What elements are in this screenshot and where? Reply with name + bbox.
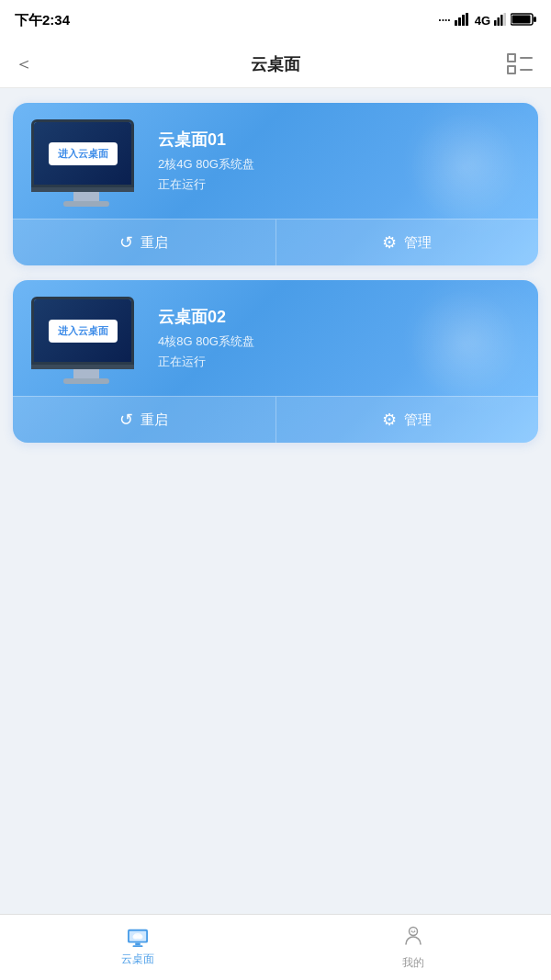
list-icon-square-1 xyxy=(507,53,516,62)
restart-button-2[interactable]: ↺ 重启 xyxy=(13,397,276,443)
card-info-1: 云桌面01 2核4G 80G系统盘 正在运行 xyxy=(158,129,520,193)
card-name-2: 云桌面02 xyxy=(158,306,520,328)
card-spec-1: 2核4G 80G系统盘 xyxy=(158,156,520,173)
monitor-stand-2 xyxy=(73,369,99,378)
gear-icon-2: ⚙ xyxy=(382,410,397,430)
restart-button-1[interactable]: ↺ 重启 xyxy=(13,220,276,265)
manage-label-1: 管理 xyxy=(404,234,432,252)
card-name-1: 云桌面01 xyxy=(158,129,520,151)
status-icons: ···· 4G xyxy=(438,13,536,28)
card-top-1: 进入云桌面 云桌面01 2核4G 80G系统盘 正在运行 xyxy=(13,103,538,219)
list-view-button[interactable] xyxy=(507,53,536,74)
person-nav-icon xyxy=(402,924,424,952)
svg-rect-3 xyxy=(466,13,468,26)
svg-rect-4 xyxy=(494,20,497,26)
nav-item-mine[interactable]: 我的 xyxy=(276,915,551,980)
main-content: 进入云桌面 云桌面01 2核4G 80G系统盘 正在运行 ↺ 重启 ⚙ 管理 xyxy=(0,88,551,914)
status-bar: 下午2:34 ···· 4G xyxy=(0,0,551,40)
svg-point-17 xyxy=(138,935,143,940)
svg-rect-10 xyxy=(534,17,536,22)
svg-rect-2 xyxy=(462,15,465,26)
card-spec-2: 4核8G 80G系统盘 xyxy=(158,333,520,350)
svg-rect-14 xyxy=(133,945,143,947)
card-top-2: 进入云桌面 云桌面02 4核8G 80G系统盘 正在运行 xyxy=(13,280,538,396)
cloud-desktop-nav-icon xyxy=(125,928,151,948)
restart-label-2: 重启 xyxy=(141,411,168,429)
signal-icon: ···· xyxy=(438,14,450,27)
card-status-1: 正在运行 xyxy=(158,176,520,193)
bottom-nav: 云桌面 我的 xyxy=(0,914,551,980)
back-button[interactable]: ＜ xyxy=(15,51,44,76)
monitor-foot-2 xyxy=(63,378,109,384)
monitor-icon-2: 进入云桌面 xyxy=(31,297,141,379)
monitor-stand-1 xyxy=(73,192,99,201)
restart-icon-2: ↺ xyxy=(119,410,133,430)
card-status-2: 正在运行 xyxy=(158,354,520,370)
svg-point-16 xyxy=(133,935,139,940)
nav-item-desktop[interactable]: 云桌面 xyxy=(0,915,276,980)
svg-rect-5 xyxy=(498,17,500,26)
monitor-inner-2: 进入云桌面 xyxy=(34,299,131,362)
restart-label-1: 重启 xyxy=(141,234,168,252)
desktop-card-2: 进入云桌面 云桌面02 4核8G 80G系统盘 正在运行 ↺ 重启 ⚙ 管理 xyxy=(13,280,538,443)
gear-icon-1: ⚙ xyxy=(382,232,397,253)
list-icon-square-2 xyxy=(507,65,516,74)
enter-desktop-button-1[interactable]: 进入云桌面 xyxy=(49,142,118,165)
list-icon-line-2 xyxy=(520,69,533,71)
battery-icon xyxy=(511,13,536,28)
nav-label-desktop: 云桌面 xyxy=(121,952,154,967)
4g-label: 4G xyxy=(475,14,490,28)
monitor-screen-2: 进入云桌面 xyxy=(31,297,134,365)
svg-rect-6 xyxy=(500,15,503,26)
network-bars-icon xyxy=(455,13,471,28)
svg-rect-13 xyxy=(135,943,141,946)
nav-label-mine: 我的 xyxy=(402,955,424,971)
restart-icon-1: ↺ xyxy=(119,232,133,253)
svg-rect-1 xyxy=(458,17,461,26)
desktop-card-1: 进入云桌面 云桌面01 2核4G 80G系统盘 正在运行 ↺ 重启 ⚙ 管理 xyxy=(13,103,538,265)
svg-point-20 xyxy=(414,929,415,930)
monitor-inner-1: 进入云桌面 xyxy=(34,122,131,185)
card-info-2: 云桌面02 4核8G 80G系统盘 正在运行 xyxy=(158,306,520,370)
page-title: 云桌面 xyxy=(44,53,507,75)
list-icon-line-1 xyxy=(520,57,533,59)
svg-rect-0 xyxy=(455,20,457,26)
signal-icon-2 xyxy=(494,13,507,28)
header: ＜ 云桌面 xyxy=(0,40,551,88)
monitor-foot-1 xyxy=(63,201,109,207)
monitor-screen-1: 进入云桌面 xyxy=(31,119,134,187)
svg-rect-7 xyxy=(504,13,507,26)
enter-desktop-button-2[interactable]: 进入云桌面 xyxy=(49,320,118,343)
monitor-icon-1: 进入云桌面 xyxy=(31,119,141,202)
svg-rect-9 xyxy=(512,15,531,23)
manage-label-2: 管理 xyxy=(404,411,432,429)
svg-point-19 xyxy=(411,929,412,930)
svg-point-18 xyxy=(410,928,418,936)
status-time: 下午2:34 xyxy=(15,12,70,29)
